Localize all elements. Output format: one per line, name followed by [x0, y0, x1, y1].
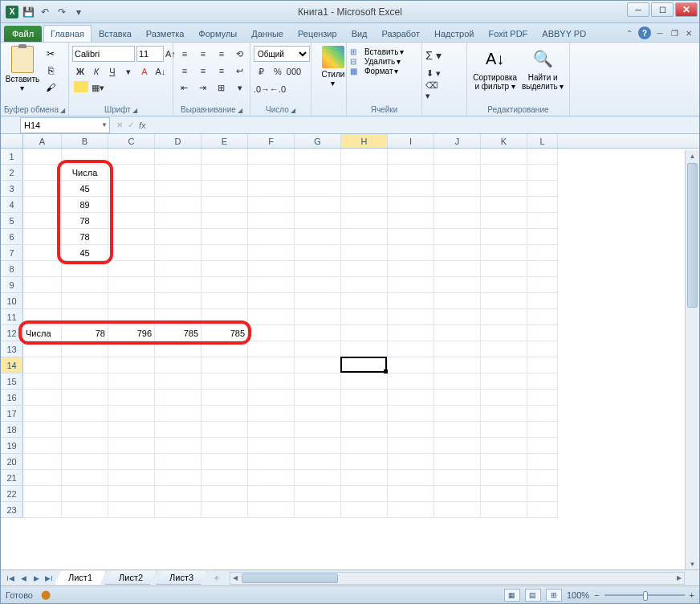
cell-G8[interactable]: [295, 261, 341, 277]
cell-D5[interactable]: [155, 213, 201, 229]
qat-customize-dropdown[interactable]: ▾: [71, 5, 86, 19]
minimize-button[interactable]: ─: [627, 2, 649, 17]
cell-D14[interactable]: [155, 357, 201, 373]
cell-K5[interactable]: [481, 213, 527, 229]
name-box[interactable]: H14 ▼: [20, 117, 110, 133]
col-header-C[interactable]: C: [108, 134, 155, 148]
cell-K11[interactable]: [481, 309, 527, 325]
cell-J4[interactable]: [434, 197, 481, 213]
percent-button[interactable]: %: [270, 63, 286, 80]
cell-J1[interactable]: [434, 149, 481, 165]
scroll-right-icon[interactable]: ▶: [674, 573, 684, 584]
sheet-tab-0[interactable]: Лист1: [55, 571, 106, 585]
alignment-launcher-icon[interactable]: ◢: [238, 107, 242, 114]
ribbon-tab-8[interactable]: Надстрой: [427, 25, 481, 42]
cell-B5[interactable]: 78: [62, 213, 108, 229]
normal-view-button[interactable]: ▦: [504, 589, 520, 602]
cell-K16[interactable]: [481, 390, 527, 406]
cell-G2[interactable]: [295, 165, 341, 181]
autosum-button[interactable]: Σ ▾: [425, 47, 442, 63]
cell-A11[interactable]: [23, 309, 62, 325]
align-top-button[interactable]: ≡: [177, 46, 193, 62]
col-header-D[interactable]: D: [155, 134, 201, 148]
file-tab[interactable]: Файл: [4, 26, 42, 42]
row-header-1[interactable]: 1: [1, 149, 23, 165]
cell-E20[interactable]: [201, 454, 248, 470]
cell-K1[interactable]: [481, 149, 527, 165]
qat-undo-button[interactable]: ↶: [38, 5, 52, 19]
cell-F13[interactable]: [248, 341, 295, 357]
cell-A15[interactable]: [23, 373, 62, 390]
cell-C7[interactable]: [108, 245, 155, 261]
cell-I8[interactable]: [388, 261, 434, 277]
cell-L11[interactable]: [527, 309, 558, 325]
doc-restore-icon[interactable]: ❐: [669, 28, 680, 38]
cell-E21[interactable]: [201, 470, 248, 486]
cell-K19[interactable]: [481, 438, 527, 454]
cell-E13[interactable]: [201, 341, 248, 357]
cell-H16[interactable]: [341, 390, 388, 406]
align-center-button[interactable]: ≡: [195, 63, 211, 79]
cell-I20[interactable]: [388, 454, 434, 470]
font-name-select[interactable]: [72, 46, 135, 62]
cell-K6[interactable]: [481, 229, 527, 245]
formula-input[interactable]: [146, 118, 699, 133]
cell-B17[interactable]: [62, 406, 108, 422]
cell-B7[interactable]: 45: [62, 245, 108, 261]
cell-C19[interactable]: [108, 438, 155, 454]
cell-I3[interactable]: [388, 181, 434, 197]
row-header-2[interactable]: 2: [1, 165, 23, 181]
cell-A10[interactable]: [23, 293, 62, 309]
cell-F20[interactable]: [248, 454, 295, 470]
ribbon-tab-5[interactable]: Рецензир: [291, 25, 344, 42]
cell-A6[interactable]: [23, 229, 62, 245]
cell-J13[interactable]: [434, 341, 481, 357]
cell-F5[interactable]: [248, 213, 295, 229]
wrap-text-button[interactable]: ↩: [232, 63, 248, 79]
ribbon-tab-0[interactable]: Главная: [43, 25, 92, 42]
cell-G18[interactable]: [295, 422, 341, 438]
ribbon-tab-1[interactable]: Вставка: [92, 25, 139, 42]
cell-B6[interactable]: 78: [62, 229, 108, 245]
cell-B23[interactable]: [62, 502, 108, 518]
cell-H3[interactable]: [341, 181, 388, 197]
cell-F8[interactable]: [248, 261, 295, 277]
cell-F10[interactable]: [248, 293, 295, 309]
cell-I9[interactable]: [388, 277, 434, 293]
ribbon-tab-6[interactable]: Вид: [344, 25, 375, 42]
cell-J18[interactable]: [434, 422, 481, 438]
align-bottom-button[interactable]: ≡: [214, 46, 230, 62]
close-button[interactable]: ✕: [675, 2, 698, 17]
cell-J9[interactable]: [434, 277, 481, 293]
fill-button[interactable]: ⬇ ▾: [425, 65, 442, 81]
cell-G1[interactable]: [295, 149, 341, 165]
cell-K22[interactable]: [481, 486, 527, 502]
row-header-21[interactable]: 21: [1, 470, 23, 486]
cell-C14[interactable]: [108, 357, 155, 373]
cell-L21[interactable]: [527, 470, 558, 486]
cell-F12[interactable]: [248, 325, 295, 341]
cell-J22[interactable]: [434, 486, 481, 502]
row-header-15[interactable]: 15: [1, 373, 23, 390]
sheet-tab-2[interactable]: Лист3: [156, 571, 207, 585]
select-all-corner[interactable]: [1, 134, 23, 148]
cell-B15[interactable]: [62, 373, 108, 390]
cell-K2[interactable]: [481, 165, 527, 181]
zoom-knob[interactable]: [643, 591, 648, 601]
cell-G6[interactable]: [295, 229, 341, 245]
cell-D2[interactable]: [155, 165, 201, 181]
cell-C4[interactable]: [108, 197, 155, 213]
cell-G23[interactable]: [295, 502, 341, 518]
ribbon-tab-7[interactable]: Разработ: [375, 25, 427, 42]
cell-F6[interactable]: [248, 229, 295, 245]
cell-K7[interactable]: [481, 245, 527, 261]
cell-F9[interactable]: [248, 277, 295, 293]
font-color-button[interactable]: A: [136, 63, 153, 80]
col-header-L[interactable]: L: [527, 134, 558, 148]
cell-F21[interactable]: [248, 470, 295, 486]
cell-L14[interactable]: [527, 357, 558, 373]
increase-indent-button[interactable]: ⇥: [195, 80, 211, 96]
cell-L23[interactable]: [527, 502, 558, 518]
sort-filter-button[interactable]: A↓ Сортировка и фильтр ▾: [470, 44, 519, 104]
cell-I4[interactable]: [388, 197, 434, 213]
